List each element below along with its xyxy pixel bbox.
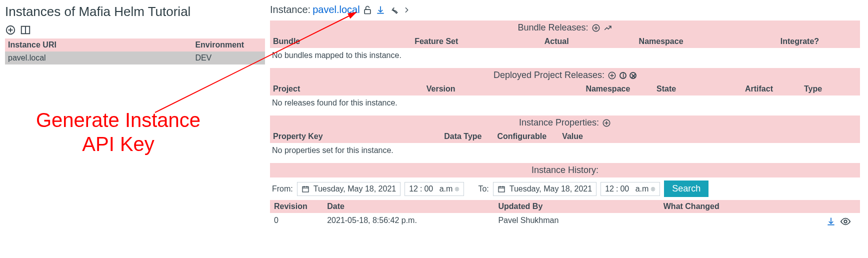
history-row: 0 2021-05-18, 8:56:42 p.m. Pavel Shukhma…: [270, 213, 860, 230]
col-namespace: Namespace: [582, 82, 654, 96]
col-whatchanged: What Changed: [660, 200, 860, 213]
history-section: Instance History: From: Tuesday, May 18,…: [270, 163, 860, 230]
time-m: 00: [424, 184, 433, 194]
chevron-right-icon[interactable]: [401, 4, 412, 16]
to-time-input[interactable]: 12:00 a.m ⊗: [600, 182, 660, 196]
deployed-section: Deployed Project Releases: Project Versi…: [270, 68, 860, 110]
deployed-empty: No releases found for this instance.: [270, 96, 860, 110]
properties-section: Instance Properties: Property Key Data T…: [270, 116, 860, 158]
col-artifact: Artifact: [742, 82, 801, 96]
date-value: Tuesday, May 18, 2021: [510, 184, 592, 194]
download-icon[interactable]: [375, 4, 386, 16]
time-ampm: a.m: [440, 184, 453, 194]
to-label: To:: [478, 184, 488, 194]
bundle-empty: No bundles mapped to this instance.: [270, 48, 860, 63]
deployed-title: Deployed Project Releases:: [270, 68, 860, 82]
deployed-columns: Project Version Namespace State Artifact…: [270, 82, 860, 96]
col-actual: Actual: [542, 35, 636, 48]
col-version: Version: [424, 82, 583, 96]
add-property-icon[interactable]: [602, 118, 611, 128]
col-value: Value: [559, 130, 860, 143]
col-state: State: [654, 82, 742, 96]
cell-updatedby: Pavel Shukhman: [494, 213, 659, 230]
svg-rect-19: [498, 186, 504, 192]
from-label: From:: [272, 184, 293, 194]
properties-empty: No properties set for this instance.: [270, 143, 860, 158]
from-time-input[interactable]: 12:00 a.m ⊗: [404, 182, 464, 196]
col-bundle: Bundle: [270, 35, 412, 48]
title-text: Instance History:: [532, 165, 598, 176]
info-icon[interactable]: [620, 72, 626, 79]
eye-icon[interactable]: [840, 216, 851, 227]
from-date-input[interactable]: Tuesday, May 18, 2021: [297, 182, 400, 196]
split-view-icon[interactable]: [20, 24, 31, 36]
add-bundle-icon[interactable]: [592, 24, 600, 32]
page-title: Instances of Mafia Helm Tutorial: [5, 4, 265, 20]
svg-rect-15: [302, 186, 308, 192]
col-instance-uri: Instance URI: [5, 38, 192, 52]
cell-env: DEV: [192, 52, 265, 64]
properties-columns: Property Key Data Type Configurable Valu…: [270, 130, 860, 143]
cell-date: 2021-05-18, 8:56:42 p.m.: [323, 213, 494, 230]
col-project: Project: [270, 82, 424, 96]
svg-point-23: [844, 220, 847, 223]
col-integrate: Integrate?: [778, 35, 860, 48]
time-h: 12: [605, 184, 614, 194]
col-type: Type: [801, 82, 860, 96]
bundle-releases-title: Bundle Releases:: [270, 20, 860, 35]
history-title: Instance History:: [270, 163, 860, 178]
time-m: 00: [620, 184, 629, 194]
time-ampm: a.m: [636, 184, 649, 194]
col-revision: Revision: [270, 200, 323, 213]
col-date: Date: [323, 200, 494, 213]
bundle-columns: Bundle Feature Set Actual Namespace Inte…: [270, 35, 860, 48]
properties-title: Instance Properties:: [270, 116, 860, 130]
lock-open-icon[interactable]: [362, 4, 373, 16]
wrench-icon[interactable]: [388, 4, 399, 16]
title-text: Instance Properties:: [519, 118, 599, 128]
annotation-text: Generate Instance API Key: [36, 108, 200, 156]
title-text: Bundle Releases:: [518, 22, 588, 33]
time-h: 12: [409, 184, 418, 194]
date-value: Tuesday, May 18, 2021: [314, 184, 396, 194]
title-text: Deployed Project Releases:: [494, 70, 604, 80]
add-release-icon[interactable]: [608, 71, 616, 80]
instance-header: Instance: pavel.local: [270, 4, 860, 16]
clear-icon[interactable]: ⊗: [650, 186, 656, 192]
col-propkey: Property Key: [270, 130, 441, 143]
instances-table: Instance URI Environment pavel.local DEV: [5, 38, 265, 64]
calendar-icon: [498, 185, 506, 193]
history-columns: Revision Date Updated By What Changed: [270, 200, 860, 213]
add-instance-icon[interactable]: [5, 24, 16, 36]
col-featureset: Feature Set: [412, 35, 542, 48]
cell-uri: pavel.local: [5, 52, 192, 64]
col-datatype: Data Type: [441, 130, 494, 143]
search-button[interactable]: Search: [664, 180, 708, 197]
col-environment: Environment: [192, 38, 265, 52]
col-namespace: Namespace: [636, 35, 778, 48]
calendar-icon: [302, 185, 310, 193]
cell-whatchanged: [660, 213, 860, 230]
trend-icon[interactable]: [604, 24, 612, 32]
instance-link[interactable]: pavel.local: [312, 4, 360, 16]
to-date-input[interactable]: Tuesday, May 18, 2021: [493, 182, 596, 196]
col-configurable: Configurable: [494, 130, 559, 143]
download-icon[interactable]: [826, 216, 836, 226]
table-row[interactable]: pavel.local DEV: [5, 52, 265, 64]
clear-icon[interactable]: ⊗: [454, 186, 460, 192]
bundle-releases-section: Bundle Releases: Bundle Feature Set Actu…: [270, 20, 860, 63]
instance-label: Instance:: [270, 4, 310, 16]
delete-icon[interactable]: [630, 72, 636, 79]
svg-rect-5: [364, 10, 370, 14]
cell-revision: 0: [270, 213, 323, 230]
col-updatedby: Updated By: [494, 200, 659, 213]
